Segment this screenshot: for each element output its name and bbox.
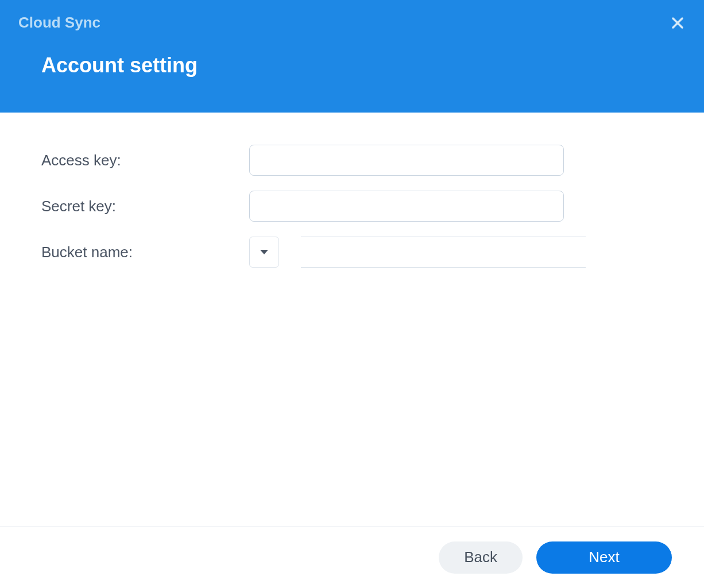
page-title: Account setting xyxy=(0,32,704,99)
svg-marker-2 xyxy=(260,250,268,254)
secret-key-input[interactable] xyxy=(249,191,564,222)
bucket-dropdown-button[interactable] xyxy=(249,237,279,268)
close-button[interactable] xyxy=(670,15,686,31)
bucket-name-input[interactable] xyxy=(301,237,586,268)
form-content: Access key: Secret key: Bucket name: xyxy=(0,113,704,526)
label-access-key: Access key: xyxy=(41,152,249,169)
label-secret-key: Secret key: xyxy=(41,198,249,215)
label-bucket-name: Bucket name: xyxy=(41,243,249,261)
access-key-input[interactable] xyxy=(249,145,564,176)
close-icon xyxy=(671,16,684,30)
next-button[interactable]: Next xyxy=(536,541,672,574)
row-access-key: Access key: xyxy=(41,145,663,176)
dialog-header: Cloud Sync Account setting xyxy=(0,0,704,113)
back-button[interactable]: Back xyxy=(439,541,523,574)
app-title: Cloud Sync xyxy=(18,14,100,32)
row-secret-key: Secret key: xyxy=(41,191,663,222)
chevron-down-icon xyxy=(260,249,268,255)
header-top-bar: Cloud Sync xyxy=(0,0,704,32)
row-bucket-name: Bucket name: xyxy=(41,237,663,268)
dialog-footer: Back Next xyxy=(0,526,704,588)
